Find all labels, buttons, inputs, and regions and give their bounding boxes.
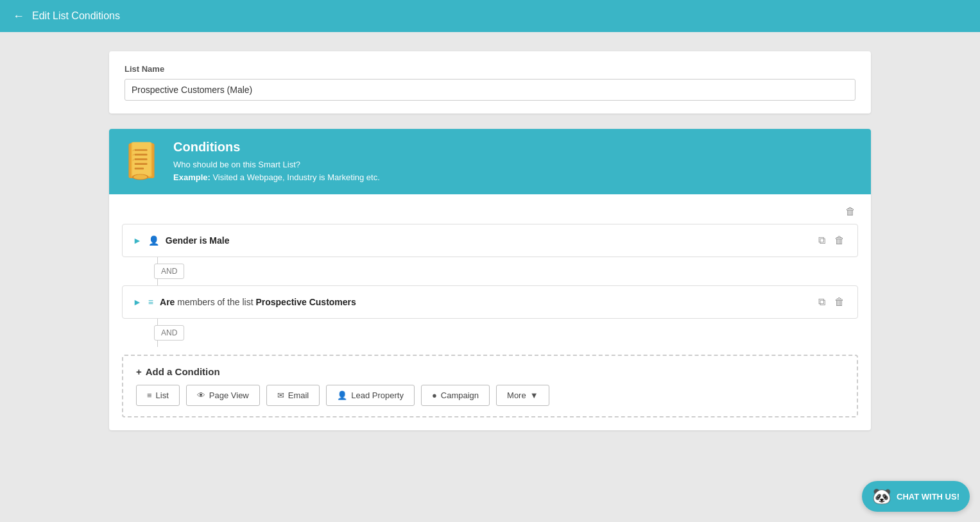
add-condition-box: + Add a Condition ≡ List 👁 Page View ✉ E…: [122, 355, 858, 417]
page-title: Edit List Conditions: [32, 10, 120, 22]
app-header: ← Edit List Conditions: [0, 0, 980, 32]
condition-1-chevron[interactable]: ►: [133, 235, 142, 246]
condition-1-copy-button[interactable]: ⧉: [816, 233, 828, 248]
add-list-button[interactable]: ≡ List: [136, 385, 180, 406]
chat-widget[interactable]: 🐼 CHAT WITH US!: [862, 481, 970, 512]
page-view-btn-label: Page View: [209, 391, 249, 400]
conditions-icon: ✓ ✓ ✓: [122, 139, 160, 184]
condition-2-are: Are: [160, 297, 175, 307]
list-name-input[interactable]: [125, 79, 855, 101]
condition-2-copy-button[interactable]: ⧉: [816, 295, 828, 309]
condition-row-2: ► ≡ Are members of the list Prospective …: [122, 285, 858, 319]
add-lead-property-button[interactable]: 👤 Lead Property: [326, 385, 415, 406]
add-condition-plus: +: [136, 366, 142, 377]
campaign-btn-icon: ●: [432, 391, 437, 400]
add-condition-title: + Add a Condition: [136, 366, 844, 377]
svg-text:✓: ✓: [132, 158, 135, 161]
chat-text: CHAT WITH US!: [897, 492, 959, 501]
add-more-button[interactable]: More ▼: [496, 385, 549, 406]
add-condition-label: Add a Condition: [146, 366, 220, 377]
more-btn-label: More: [507, 391, 526, 400]
condition-2-chevron[interactable]: ►: [133, 297, 142, 307]
conditions-heading: Conditions: [173, 140, 380, 155]
condition-1-person-icon: 👤: [148, 235, 159, 246]
condition-2-list-icon: ≡: [148, 297, 153, 307]
more-btn-arrow-icon: ▼: [530, 391, 538, 400]
conditions-desc-example: Example: Visited a Webpage, Industry is …: [173, 171, 380, 184]
email-btn-icon: ✉: [277, 391, 284, 400]
lead-property-btn-icon: 👤: [337, 391, 347, 400]
campaign-btn-label: Campaign: [441, 391, 479, 400]
condition-1-actions: ⧉ 🗑: [816, 233, 847, 248]
conditions-body: 🗑 ► 👤 Gender is Male ⧉ 🗑 AND: [109, 194, 871, 430]
chat-panda-icon: 🐼: [872, 487, 891, 505]
svg-rect-5: [134, 153, 147, 155]
svg-rect-4: [134, 149, 147, 151]
and-badge-2: AND: [154, 325, 184, 341]
main-content: List Name ✓: [0, 32, 980, 522]
conditions-example-label: Example:: [173, 173, 211, 182]
svg-text:✓: ✓: [132, 153, 135, 156]
condition-1-text: Gender is Male: [166, 235, 230, 246]
and-connector-2: AND: [122, 319, 858, 347]
top-delete-row: 🗑: [122, 205, 858, 219]
svg-rect-7: [134, 163, 147, 165]
condition-1-delete-button[interactable]: 🗑: [832, 233, 847, 248]
add-campaign-button[interactable]: ● Campaign: [421, 385, 490, 406]
and-connector-1: AND: [122, 257, 858, 285]
list-btn-icon: ≡: [147, 391, 152, 400]
lead-property-btn-label: Lead Property: [351, 391, 404, 400]
list-name-label: List Name: [125, 64, 855, 74]
conditions-example-text: Visited a Webpage, Industry is Marketing…: [212, 173, 379, 182]
top-delete-button[interactable]: 🗑: [843, 205, 858, 219]
add-page-view-button[interactable]: 👁 Page View: [186, 385, 260, 406]
back-button[interactable]: ←: [13, 10, 24, 23]
list-btn-label: List: [156, 391, 169, 400]
svg-rect-6: [134, 158, 147, 160]
condition-2-text: Are members of the list Prospective Cust…: [160, 297, 356, 307]
email-btn-label: Email: [288, 391, 309, 400]
condition-row-1: ► 👤 Gender is Male ⧉ 🗑: [122, 224, 858, 257]
add-condition-buttons: ≡ List 👁 Page View ✉ Email 👤 Lead Proper…: [136, 385, 844, 406]
svg-rect-8: [134, 167, 143, 169]
conditions-header: ✓ ✓ ✓ Conditions Who should be on this S…: [109, 129, 871, 194]
condition-2-actions: ⧉ 🗑: [816, 295, 847, 309]
conditions-desc-line1: Who should be on this Smart List?: [173, 158, 380, 171]
list-name-card-body: List Name: [109, 51, 871, 114]
page-view-btn-icon: 👁: [197, 391, 205, 400]
conditions-card: ✓ ✓ ✓ Conditions Who should be on this S…: [109, 129, 871, 430]
list-name-card: List Name: [109, 51, 871, 114]
condition-2-delete-button[interactable]: 🗑: [832, 295, 847, 309]
add-email-button[interactable]: ✉ Email: [266, 385, 320, 406]
svg-point-13: [133, 174, 147, 179]
svg-text:✓: ✓: [132, 149, 135, 152]
condition-2-middle: members of the list: [177, 297, 255, 307]
condition-2-list-name: Prospective Customers: [255, 297, 356, 307]
conditions-text: Conditions Who should be on this Smart L…: [173, 140, 380, 183]
and-badge-1: AND: [154, 264, 184, 279]
condition-1-bold: Gender is Male: [166, 235, 230, 246]
